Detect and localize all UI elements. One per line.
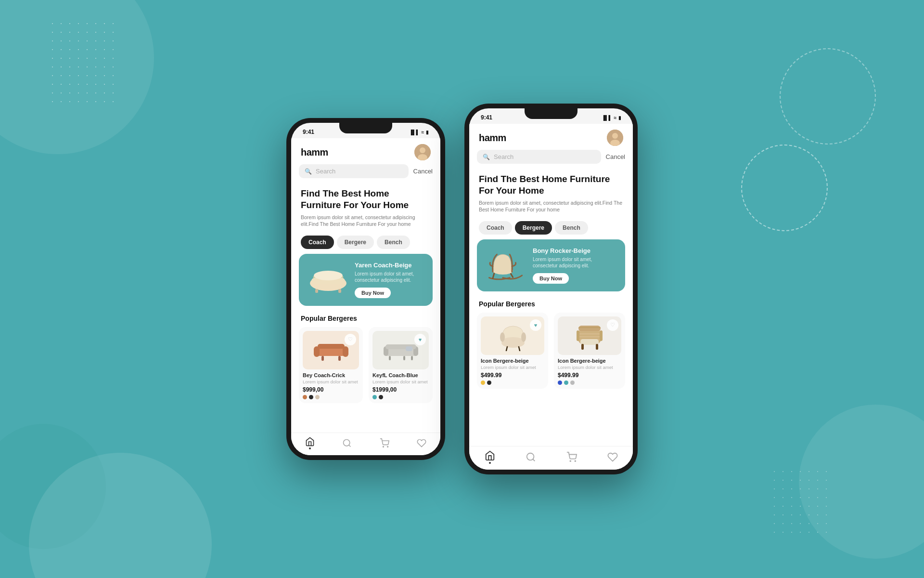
phone-2-product-1-colors: [481, 381, 544, 385]
svg-rect-21: [406, 346, 412, 351]
phone-1-nav-home[interactable]: [305, 437, 315, 449]
phone-2-nav-search[interactable]: [526, 452, 536, 462]
phone-1-product-2-sub: Lorem ipsum dolor sit amet: [372, 379, 429, 384]
phone-2-product-2-colors: [558, 381, 621, 385]
phone-2-product-1-name: Icon Bergere-beige: [481, 358, 544, 364]
phone-2-tab-bergere[interactable]: Bergere: [515, 221, 552, 235]
svg-point-53: [575, 460, 576, 461]
phone-2-time: 9:41: [481, 114, 492, 121]
phone-1-hero-title: Find The Best Home Furniture For Your Ho…: [301, 188, 431, 211]
color-dot[interactable]: [315, 395, 320, 399]
svg-point-34: [500, 332, 505, 342]
phone-1-nav-heart[interactable]: [417, 438, 426, 448]
phone-1-tab-row: Coach Bergere Bench: [291, 236, 440, 254]
phone-1-product-2-name: KeyfL Coach-Blue: [372, 372, 429, 378]
color-dot[interactable]: [372, 395, 377, 399]
phone-2-buy-button[interactable]: Buy Now: [533, 273, 569, 284]
svg-rect-13: [338, 356, 341, 361]
phone-2-nav-cart[interactable]: [566, 452, 577, 462]
phone-1-product-1: ♡ Bey Coach-Crick: [299, 327, 363, 403]
phone-1-avatar[interactable]: [414, 144, 431, 160]
phone-2-screen: 9:41 ▐▌▌ ≈ ▮ hamm: [469, 108, 633, 470]
phone-2-tab-row: Coach Bergere Bench: [469, 221, 633, 239]
phone-2-featured-name: Bony Rocker-Beige: [533, 247, 617, 254]
phone-1-product-2: ♥: [369, 327, 433, 403]
color-dot[interactable]: [564, 381, 568, 385]
phone-2-hero: Find The Best Home Furniture For Your Ho…: [469, 169, 633, 221]
phone-2-search-bar: 🔍 Search Cancel: [469, 150, 633, 169]
phone-1-tab-bench[interactable]: Bench: [377, 236, 410, 249]
phone-2-product-2-name: Icon Bergere-beige: [558, 358, 621, 364]
phone-1-search-input[interactable]: 🔍 Search: [299, 164, 409, 178]
color-dot[interactable]: [303, 395, 307, 399]
signal-icon: ▐▌▌: [602, 115, 612, 120]
phone-1-bottom-nav: [291, 433, 440, 455]
phone-1-product-1-sub: Lorem ipsum dolor sit amet: [303, 379, 359, 384]
phone-1-header: hamm: [291, 138, 440, 164]
phone-1-hero: Find The Best Home Furniture For Your Ho…: [291, 183, 440, 236]
phone-2-product-1-heart[interactable]: ♥: [530, 319, 541, 331]
phone-1-product-2-img: ♥: [372, 331, 429, 369]
phone-2-bottom-nav: [469, 446, 633, 470]
phone-1-screen: 9:41 ▐▌▌ ≈ ▮ hamm: [291, 123, 440, 455]
svg-line-37: [519, 347, 520, 351]
svg-point-33: [502, 337, 524, 345]
phone-1-search-bar: 🔍 Search Cancel: [291, 164, 440, 183]
phone-2-tab-coach[interactable]: Coach: [479, 221, 512, 235]
phone-1-popular-title: Popular Bergeres: [291, 313, 440, 327]
bg-dash-right: [741, 144, 828, 231]
phone-2-cancel-btn[interactable]: Cancel: [606, 153, 625, 160]
svg-rect-47: [596, 344, 598, 350]
svg-point-22: [344, 440, 350, 446]
bg-dots-bottomright: [770, 467, 828, 539]
phone-2-status-icons: ▐▌▌ ≈ ▮: [602, 115, 621, 120]
color-dot[interactable]: [558, 381, 562, 385]
phone-2-search-input[interactable]: 🔍 Search: [477, 150, 601, 164]
color-dot[interactable]: [487, 381, 491, 385]
phone-1-notch: [339, 123, 392, 133]
phone-2-search-icon: 🔍: [483, 154, 490, 160]
svg-point-52: [570, 460, 571, 461]
phone-1-featured-card: Yaren Coach-Beige Lorem ipsum dolor sit …: [299, 254, 433, 306]
phone-2-featured-desc: Lorem ipsum dolor sit amet, consectetur …: [533, 256, 617, 269]
bg-circle-topright: [780, 48, 876, 144]
phone-1-featured-info: Yaren Coach-Beige Lorem ipsum dolor sit …: [355, 262, 425, 298]
signal-icon: ▐▌▌: [409, 130, 419, 135]
phone-2-nav-heart[interactable]: [607, 452, 618, 462]
phone-1-product-1-colors: [303, 395, 359, 399]
phone-2-product-grid: ♥: [469, 313, 633, 389]
phone-2-nav-home[interactable]: [485, 450, 495, 464]
svg-rect-20: [411, 356, 413, 360]
phone-1-nav-cart[interactable]: [380, 438, 389, 448]
phone-1-nav-search[interactable]: [342, 438, 352, 448]
phone-2-featured-card: Bony Rocker-Beige Lorem ipsum dolor sit …: [477, 239, 625, 291]
color-dot[interactable]: [570, 381, 575, 385]
bg-dots-topleft: [48, 19, 116, 106]
phone-1-buy-button[interactable]: Buy Now: [355, 288, 391, 298]
phone-1-cancel-btn[interactable]: Cancel: [413, 168, 433, 175]
phone-2-app-content: hamm 🔍 Search Cancel: [469, 124, 633, 470]
phone-1-product-2-heart[interactable]: ♥: [414, 334, 426, 345]
phone-1-product-1-heart[interactable]: ♡: [345, 334, 356, 345]
phone-2-logo: hamm: [479, 132, 506, 144]
phone-2-tab-bench[interactable]: Bench: [555, 221, 588, 235]
svg-rect-43: [578, 326, 601, 331]
battery-icon: ▮: [618, 115, 621, 120]
phone-1-featured-desc: Lorem ipsum dolor sit amet, consectetur …: [355, 271, 425, 284]
color-dot[interactable]: [481, 381, 485, 385]
phone-1-search-icon: 🔍: [305, 168, 312, 175]
phone-2-product-2: ♡: [554, 313, 625, 389]
svg-point-50: [526, 453, 534, 460]
phones-container: 9:41 ▐▌▌ ≈ ▮ hamm: [286, 104, 638, 474]
phone-2-popular-title: Popular Bergeres: [469, 298, 633, 313]
color-dot[interactable]: [379, 395, 383, 399]
phone-2-avatar[interactable]: [607, 130, 623, 146]
phone-2-product-2-heart[interactable]: ♡: [607, 319, 618, 331]
phone-1-tab-coach[interactable]: Coach: [301, 236, 334, 249]
color-dot[interactable]: [309, 395, 313, 399]
phone-2-hero-desc: Borem ipsum dolor sit amet, consectetur …: [479, 199, 623, 213]
phone-1-search-placeholder: Search: [316, 168, 335, 175]
svg-rect-46: [581, 344, 584, 350]
phone-2-product-2-sub: Lorem ipsum dolor sit amet: [558, 365, 621, 370]
phone-1-tab-bergere[interactable]: Bergere: [337, 236, 374, 249]
